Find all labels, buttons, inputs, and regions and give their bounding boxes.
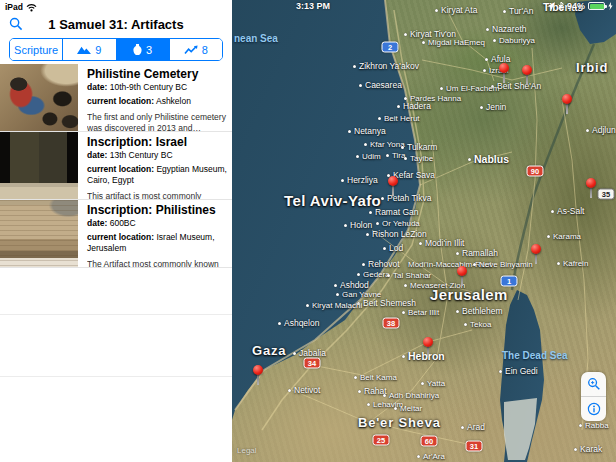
empty-row: [0, 268, 232, 315]
battery-percent: 94%: [567, 1, 585, 11]
map-place-label: Rabba: [579, 421, 609, 430]
route-shield-34: 34: [304, 358, 321, 369]
map-place-label: Or Yehuda: [376, 219, 420, 228]
map-place-label: Rishon LeZion: [366, 229, 427, 239]
tab-places[interactable]: 9: [62, 39, 115, 60]
map-place-label: Tulkarm: [401, 142, 437, 152]
sidebar: iPad 1 Samuel 31: Artifacts Scripture 9: [0, 0, 232, 462]
map-place-label: Beit Herut: [378, 114, 420, 123]
map-place-label: Tira: [386, 151, 405, 160]
nav-bar: 1 Samuel 31: Artifacts: [0, 12, 232, 36]
map-place-label: Netanya: [348, 126, 386, 136]
location-arrow-icon: [547, 2, 555, 10]
device-label: iPad: [5, 2, 23, 12]
map-place-label: Beit Shemesh: [357, 298, 416, 308]
map-place-label: Udim: [356, 152, 381, 161]
artifact-location: current location: Israel Museum, Jerusal…: [87, 232, 228, 254]
map-place-label: Modi'in Illit: [419, 238, 464, 248]
date-label: date:: [87, 150, 107, 160]
location-label: current location:: [87, 232, 154, 242]
map-place-label: Jenin: [480, 102, 506, 112]
artifact-description: The Artifact most commonly known as the …: [87, 259, 228, 267]
empty-row: [0, 315, 232, 377]
status-icons: 94%: [547, 1, 613, 11]
map-place-label: Beit Kama: [354, 373, 397, 382]
map-place-label: Irbid: [576, 60, 608, 75]
tab-artifacts-count: 3: [146, 44, 152, 56]
battery-icon: [588, 2, 605, 10]
mountain-icon: [77, 45, 91, 54]
map-place-label: Ramat Gan: [369, 207, 418, 217]
list-item-inscription-israel[interactable]: Inscription: Israel date: 13th Century B…: [0, 132, 232, 200]
map-place-label: Tayibe: [404, 154, 433, 163]
map-tool-panel: [581, 372, 606, 421]
artifact-thumbnail: [0, 200, 78, 267]
map-place-label: Arad: [461, 422, 485, 432]
route-shield-1: 1: [501, 276, 518, 287]
device-status: iPad: [0, 0, 232, 12]
artifact-location: current location: Egyptian Museum, Cairo…: [87, 164, 228, 186]
map-place-label: Gedera: [357, 270, 390, 279]
map-view[interactable]: nean SeaThe Dead SeaTel Aviv-YafoJerusal…: [232, 0, 616, 462]
map-pin[interactable]: [586, 178, 596, 200]
search-icon[interactable]: [9, 17, 23, 31]
map-place-label: Zikhron Ya'akov: [353, 61, 419, 71]
map-pin[interactable]: [531, 244, 541, 266]
tab-charts[interactable]: 8: [169, 39, 222, 60]
artifact-list: Philistine Cemetery date: 10th-9th Centu…: [0, 64, 232, 377]
map-place-label: Nablus: [468, 153, 509, 165]
map-place-label: Ar'Ara: [417, 452, 445, 461]
map-pin[interactable]: [522, 65, 532, 87]
date-label: date:: [87, 82, 107, 92]
bluetooth-icon: [558, 2, 564, 11]
map-place-label: Hadera: [397, 101, 431, 111]
artifact-date: date: 13th Century BC: [87, 150, 228, 161]
map-pin[interactable]: [388, 176, 398, 198]
zoom-search-button[interactable]: [581, 372, 606, 396]
charging-bolt-icon: [608, 2, 613, 10]
route-shield-90: 90: [527, 166, 544, 177]
map-place-label: Adjlun: [586, 125, 616, 135]
date-label: date:: [87, 218, 107, 228]
date-value: 13th Century BC: [110, 150, 173, 160]
map-place-label: Neve Binyamin: [473, 260, 533, 269]
map-place-label: Um El-Fachem: [440, 84, 499, 93]
map-pin[interactable]: [457, 266, 467, 288]
artifact-location: current location: Ashkelon: [87, 96, 228, 107]
legal-link[interactable]: Legal: [237, 446, 257, 455]
location-label: current location:: [87, 164, 154, 174]
info-button[interactable]: [581, 396, 606, 421]
map-place-label: Ramallah: [456, 248, 498, 258]
artifact-title: Inscription: Philistines: [87, 203, 228, 217]
map-place-label: Tel Aviv-Yafo: [284, 192, 381, 209]
map-place-label: Jabalia: [293, 348, 326, 358]
map-place-label: The Dead Sea: [502, 350, 568, 361]
map-place-label: Herzliya: [341, 175, 378, 185]
map-pin[interactable]: [499, 63, 509, 85]
artifact-description: The first and only Philistine cemetery w…: [87, 112, 228, 131]
tab-artifacts[interactable]: 3: [116, 39, 169, 60]
map-place-label: Betar Illit: [402, 308, 439, 317]
map-pin[interactable]: [562, 94, 572, 116]
tab-charts-count: 8: [202, 44, 208, 56]
map-place-label: Gaza: [252, 343, 286, 358]
map-place-label: Meitar: [394, 404, 422, 413]
map-place-label: Rehovot: [362, 259, 400, 269]
list-item-philistine-cemetery[interactable]: Philistine Cemetery date: 10th-9th Centu…: [0, 64, 232, 132]
artifact-thumbnail: [0, 64, 78, 131]
route-shield-60: 60: [421, 436, 438, 447]
date-value: 10th-9th Century BC: [110, 82, 187, 92]
list-item-inscription-philistines[interactable]: Inscription: Philistines date: 600BC cur…: [0, 200, 232, 268]
location-value: Ashkelon: [156, 96, 191, 106]
artifact-date: date: 10th-9th Century BC: [87, 82, 228, 93]
tab-places-count: 9: [95, 44, 101, 56]
status-bar: 3:13 PM 94%: [232, 0, 616, 13]
tab-scripture[interactable]: Scripture: [10, 39, 62, 60]
page-title: 1 Samuel 31: Artifacts: [0, 17, 232, 32]
route-shield-38: 38: [383, 318, 400, 329]
artifact-urn-icon: [133, 44, 142, 56]
map-pin[interactable]: [423, 337, 433, 359]
map-place-label: Daburiyya: [493, 36, 535, 45]
map-pin[interactable]: [253, 365, 263, 387]
tab-scripture-label: Scripture: [14, 44, 58, 56]
